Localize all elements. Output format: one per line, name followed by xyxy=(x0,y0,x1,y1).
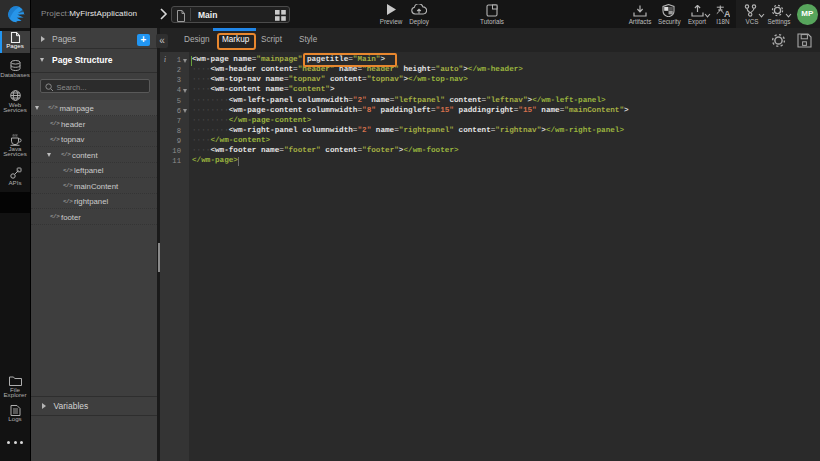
svg-text:A: A xyxy=(724,8,730,17)
